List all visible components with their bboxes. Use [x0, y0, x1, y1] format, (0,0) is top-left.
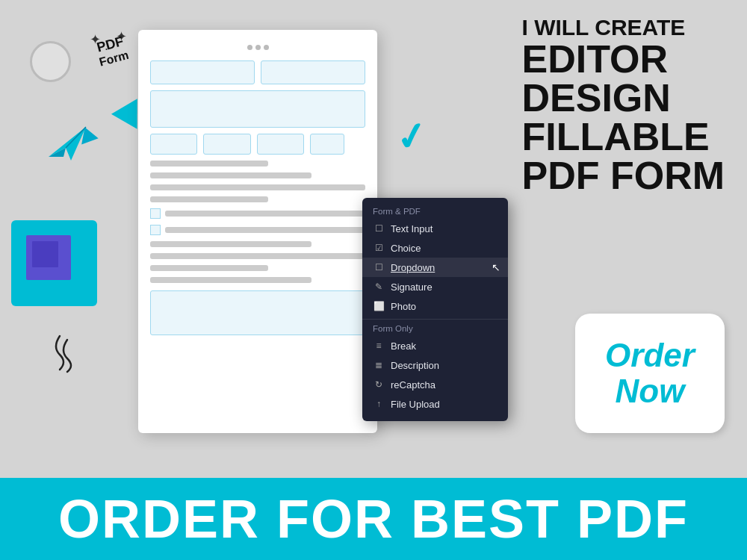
dot-2	[255, 45, 261, 50]
signature-label: Signature	[391, 281, 433, 293]
break-label: Break	[391, 340, 416, 352]
order-now-text: OrderNow	[605, 337, 695, 410]
dropdown-icon: ☐	[373, 261, 385, 273]
form-line-3	[150, 184, 365, 190]
heading-line4: FILLABLE	[521, 117, 725, 156]
dot-3	[264, 45, 269, 50]
checkbox-row-1	[150, 208, 365, 219]
file-upload-label: File Upload	[391, 399, 440, 410]
text-input-icon: ☐	[373, 223, 385, 234]
form-mini-2	[203, 134, 250, 155]
cursor-icon: ↖	[492, 261, 500, 273]
form-line-1	[150, 161, 268, 167]
doc-dots	[150, 45, 365, 50]
menu-item-text-input[interactable]: ☐ Text Input	[362, 219, 508, 238]
description-label: Description	[391, 360, 439, 371]
bottom-bar-text: ORDER FOR BEST PDF	[58, 488, 689, 550]
form-line-8	[150, 277, 311, 283]
description-icon: ≣	[373, 359, 385, 371]
decorative-purple-inner	[26, 235, 71, 280]
recaptcha-icon: ↻	[373, 379, 385, 391]
decorative-inner-2	[32, 241, 58, 267]
heading-line5: PDF FORM	[521, 156, 725, 195]
decorative-circle	[30, 41, 71, 82]
photo-icon: ⬜	[373, 300, 385, 312]
dropdown-menu: Form & PDF ☐ Text Input ☑ Choice ☐ Dropd…	[362, 198, 508, 421]
checkbox-2	[150, 225, 161, 235]
checkbox-1	[150, 208, 161, 219]
form-mini-3	[257, 134, 304, 155]
form-row-1	[150, 60, 365, 84]
form-mini-4	[310, 134, 344, 155]
heading-line2: EDITOR	[521, 40, 725, 78]
text-input-label: Text Input	[391, 223, 433, 234]
photo-label: Photo	[391, 301, 416, 312]
checkbox-label-1	[165, 211, 365, 217]
break-icon: ≡	[373, 340, 385, 352]
checkbox-row-2	[150, 225, 365, 235]
menu-section-1-label: Form & PDF	[362, 205, 508, 219]
signature-icon: ✎	[373, 281, 385, 293]
order-now-badge[interactable]: OrderNow	[575, 314, 725, 433]
menu-item-dropdown[interactable]: ☐ Dropdown ↖	[362, 258, 508, 277]
form-input-bottom	[150, 290, 365, 335]
bottom-bar: ORDER FOR BEST PDF	[0, 478, 747, 560]
form-mini-1	[150, 134, 197, 155]
menu-item-description[interactable]: ≣ Description	[362, 355, 508, 375]
menu-item-signature[interactable]: ✎ Signature	[362, 277, 508, 296]
decorative-blue-box	[11, 220, 97, 306]
form-input-long-1	[150, 90, 365, 128]
choice-icon: ☑	[373, 242, 385, 254]
menu-item-recaptcha[interactable]: ↻ reCaptcha	[362, 375, 508, 394]
dot-1	[247, 45, 252, 50]
dropdown-label: Dropdown	[391, 262, 435, 273]
form-line-6	[150, 253, 365, 259]
form-row-2	[150, 134, 365, 155]
form-line-7	[150, 265, 268, 271]
form-line-5	[150, 241, 311, 247]
form-document	[138, 30, 377, 433]
heading-line1: I WILL CREATE	[521, 15, 725, 40]
menu-item-file-upload[interactable]: ↑ File Upload	[362, 394, 508, 414]
choice-label: Choice	[391, 243, 421, 254]
form-input-2	[261, 60, 365, 84]
form-line-4	[150, 196, 268, 202]
paper-airplane-icon	[45, 119, 90, 167]
recaptcha-label: reCaptcha	[391, 379, 436, 391]
heading-line3: DESIGN	[521, 78, 725, 117]
form-line-2	[150, 172, 311, 178]
form-input-1	[150, 60, 255, 84]
top-right-heading: I WILL CREATE EDITOR DESIGN FILLABLE PDF…	[521, 15, 725, 195]
menu-divider	[362, 319, 508, 320]
menu-item-break[interactable]: ≡ Break	[362, 336, 508, 355]
menu-item-choice[interactable]: ☑ Choice	[362, 238, 508, 258]
checkbox-label-2	[165, 227, 365, 233]
menu-item-photo[interactable]: ⬜ Photo	[362, 296, 508, 316]
file-upload-icon: ↑	[373, 398, 385, 410]
squiggle-icon	[45, 321, 97, 376]
menu-section-2-label: Form Only	[362, 323, 508, 336]
